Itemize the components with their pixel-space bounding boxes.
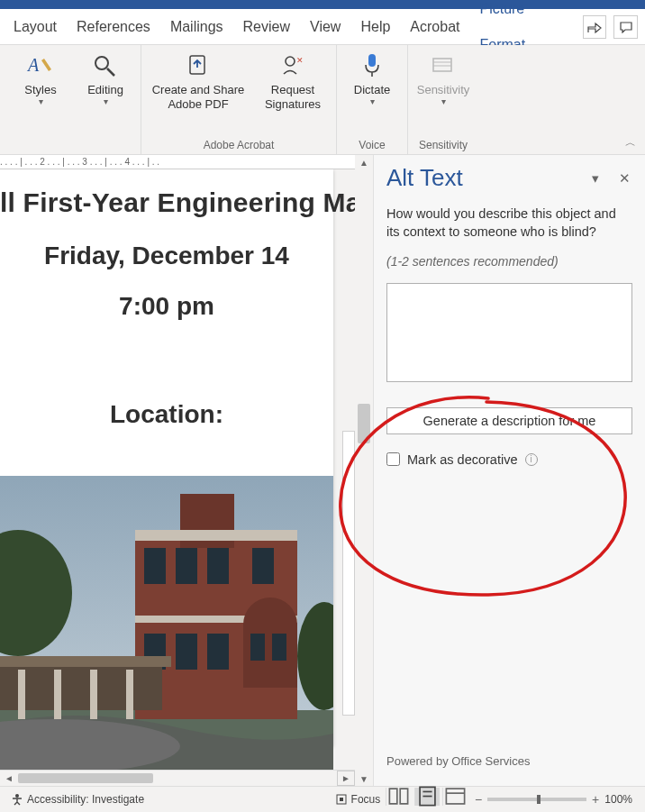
svg-rect-27 [0, 656, 171, 667]
mark-decorative-label: Mark as decorative [407, 452, 518, 467]
svg-text:A: A [26, 55, 40, 75]
print-layout-button[interactable] [414, 788, 440, 806]
microphone-icon [357, 50, 387, 81]
styles-label: Styles [24, 81, 56, 97]
zoom-slider-thumb[interactable] [537, 795, 541, 804]
styles-icon: A [25, 50, 56, 81]
comments-icon[interactable] [613, 15, 638, 39]
accessibility-label: Accessibility: Investigate [27, 793, 144, 806]
panel-hint: (1-2 sentences recommended) [386, 254, 632, 269]
horizontal-ruler[interactable]: . . . . | . . . 2 . . . | . . . 3 . . . … [0, 155, 355, 169]
svg-rect-28 [18, 670, 25, 719]
share-icon[interactable] [583, 15, 607, 39]
doc-date-line: Friday, December 14 [0, 242, 333, 270]
v-scroll-track[interactable] [355, 169, 373, 771]
scroll-down-icon[interactable]: ▼ [355, 771, 373, 786]
tab-references[interactable]: References [67, 9, 160, 45]
svg-rect-6 [368, 54, 376, 67]
adobe-group-label: Adobe Acrobat [204, 136, 275, 154]
svg-rect-20 [252, 548, 274, 584]
pdf-share-icon [183, 50, 213, 81]
zoom-level[interactable]: 100% [604, 793, 632, 806]
editing-label: Editing [87, 81, 123, 97]
svg-rect-30 [90, 670, 97, 719]
svg-line-2 [107, 68, 114, 76]
accessibility-status[interactable]: Accessibility: Investigate [5, 793, 150, 806]
web-layout-button[interactable] [442, 788, 468, 806]
svg-text:✕: ✕ [296, 56, 304, 65]
document-page[interactable]: ll First-Year Engineering Ma Friday, Dec… [0, 169, 333, 746]
svg-point-4 [286, 57, 295, 66]
svg-point-34 [15, 794, 19, 798]
doc-title-line: ll First-Year Engineering Ma [0, 187, 333, 218]
v-scroll-thumb[interactable] [358, 404, 370, 443]
info-icon[interactable]: i [525, 453, 538, 466]
request-signatures-button[interactable]: ✕ Request Signatures [257, 50, 329, 113]
view-buttons [386, 788, 468, 812]
chevron-down-icon: ▾ [39, 97, 43, 106]
svg-rect-24 [250, 634, 265, 661]
focus-icon [335, 793, 348, 806]
svg-rect-31 [126, 670, 133, 719]
next-page-edge [342, 431, 355, 716]
read-mode-button[interactable] [386, 788, 411, 806]
focus-mode-button[interactable]: Focus [330, 793, 386, 806]
ribbon: A Styles ▾ Editing ▾ Create and Share Ad… [0, 45, 645, 155]
read-mode-icon [386, 784, 411, 808]
svg-rect-15 [135, 530, 297, 541]
request-sig-label: Request Signatures [265, 81, 321, 113]
tab-acrobat[interactable]: Acrobat [400, 9, 469, 45]
zoom-in-button[interactable]: + [592, 792, 599, 807]
tab-mailings[interactable]: Mailings [160, 9, 233, 45]
close-icon[interactable]: ✕ [616, 170, 632, 187]
svg-rect-7 [433, 59, 451, 71]
tab-help[interactable]: Help [350, 9, 400, 45]
zoom-out-button[interactable]: − [475, 792, 482, 807]
alt-text-input[interactable] [386, 283, 632, 382]
h-scroll-track[interactable] [18, 771, 337, 786]
zoom-slider[interactable] [487, 798, 586, 801]
svg-rect-29 [54, 670, 61, 719]
sensitivity-button[interactable]: Sensitivity ▾ [415, 50, 471, 106]
ruler-ticks: . . . . | . . . 2 . . . | . . . 3 . . . … [0, 157, 159, 167]
sensitivity-label: Sensitivity [417, 81, 470, 97]
print-layout-icon [415, 784, 440, 808]
generate-description-button[interactable]: Generate a description for me [386, 407, 632, 434]
chevron-down-icon: ▾ [370, 97, 375, 106]
horizontal-scrollbar[interactable]: ◄ ► [0, 770, 355, 786]
document-area: . . . . | . . . 2 . . . | . . . 3 . . . … [0, 155, 355, 786]
tab-layout[interactable]: Layout [4, 9, 67, 45]
accessibility-icon [11, 793, 23, 806]
scroll-up-icon[interactable]: ▲ [355, 155, 373, 169]
collapse-ribbon-icon[interactable]: ︿ [625, 135, 636, 151]
svg-rect-22 [176, 634, 197, 670]
create-share-pdf-button[interactable]: Create and Share Adobe PDF [149, 50, 248, 113]
svg-rect-17 [144, 548, 166, 584]
alt-text-panel: Alt Text ▾ ✕ How would you describe this… [373, 155, 645, 786]
sensitivity-icon [428, 50, 459, 81]
mark-decorative-checkbox[interactable] [386, 452, 400, 466]
svg-rect-23 [207, 634, 229, 670]
editing-button[interactable]: Editing ▾ [77, 50, 133, 106]
document-image[interactable] [0, 476, 333, 770]
panel-title: Alt Text [386, 164, 575, 192]
chevron-down-icon: ▾ [104, 97, 108, 106]
svg-rect-19 [207, 548, 229, 584]
panel-description: How would you describe this object and i… [386, 205, 632, 242]
dictate-button[interactable]: Dictate ▾ [344, 50, 400, 106]
create-share-label: Create and Share Adobe PDF [152, 81, 245, 113]
doc-time-line: 7:00 pm [0, 292, 333, 321]
svg-rect-36 [340, 798, 343, 801]
vertical-scrollbar[interactable]: ▲ ▼ [355, 155, 373, 786]
tab-view[interactable]: View [300, 9, 350, 45]
group-label [71, 136, 74, 154]
panel-menu-icon[interactable]: ▾ [587, 170, 604, 187]
signature-icon: ✕ [277, 50, 308, 81]
scroll-left-icon[interactable]: ◄ [0, 771, 18, 786]
scroll-right-icon[interactable]: ► [337, 771, 355, 786]
zoom-control: − + 100% [468, 792, 640, 807]
tab-review[interactable]: Review [233, 9, 300, 45]
doc-location-line: Location: [0, 400, 333, 429]
h-scroll-thumb[interactable] [18, 773, 153, 783]
styles-button[interactable]: A Styles ▾ [13, 50, 68, 106]
